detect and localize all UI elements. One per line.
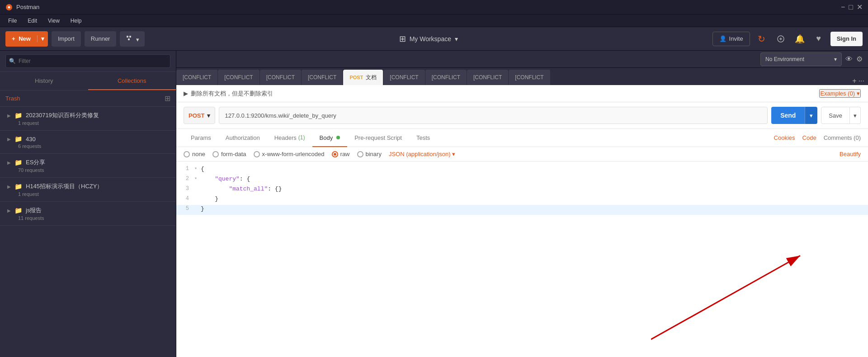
refresh-button[interactable]: ↻ [755, 32, 769, 46]
urlencoded-radio[interactable] [254, 151, 260, 157]
menu-view[interactable]: View [43, 17, 64, 25]
body-urlencoded-option[interactable]: x-www-form-urlencoded [254, 151, 325, 157]
collection-header-2: ▶ 📁 ES分享 [7, 158, 170, 167]
collection-count-4: 11 requests [18, 215, 170, 221]
none-radio[interactable] [184, 151, 190, 157]
body-form-data-option[interactable]: form-data [212, 151, 246, 157]
interceptor-button[interactable] [774, 32, 788, 46]
send-arrow-button[interactable]: ▾ [805, 107, 817, 124]
new-button-arrow[interactable]: ▾ [38, 35, 48, 42]
sidebar-search-area: 🔍 [0, 51, 176, 72]
beautify-button[interactable]: Beautify [840, 151, 861, 157]
sidebar: 🔍 History Collections Trash ⊞ ▶ 📁 202307… [0, 51, 176, 357]
tab-history[interactable]: History [0, 72, 88, 90]
svg-line-6 [651, 256, 800, 339]
notification-button[interactable]: 🔔 [793, 32, 807, 46]
toolbar-center: ⊞ My Workspace ▾ [148, 34, 709, 44]
raw-radio[interactable] [332, 151, 338, 157]
env-select[interactable]: No Environment ▾ [760, 52, 842, 66]
body-options: none form-data x-www-form-urlencoded raw… [176, 147, 868, 162]
runner-button[interactable]: Runner [85, 31, 117, 47]
import-button[interactable]: Import [52, 31, 81, 47]
req-tab-3[interactable]: [CONFLICT [302, 70, 343, 85]
request-area: ▶ 删除所有文档，但是不删除索引 Examples (0) ▾ POST ▾ S… [176, 85, 868, 357]
folder-icon-4: 📁 [14, 207, 22, 214]
save-button[interactable]: Save [821, 107, 850, 124]
expand-icon-1: ▶ [7, 137, 11, 142]
tab-headers[interactable]: Headers (1) [267, 129, 312, 147]
req-tab-1[interactable]: [CONFLICT [218, 70, 259, 85]
collection-item-0[interactable]: ▶ 📁 20230719知识百科分类修复 1 request [0, 107, 176, 131]
req-tab-7[interactable]: [CONFLICT [467, 70, 509, 85]
req-tab-4[interactable]: POST 文档 [343, 70, 383, 85]
menu-file[interactable]: File [4, 17, 21, 25]
request-tabs-bar: Params Authorization Headers (1) Body Pr… [176, 129, 868, 147]
new-collection-button[interactable]: ⊞ [165, 94, 170, 103]
filter-input[interactable] [5, 54, 170, 68]
sidebar-trash: Trash ⊞ [0, 90, 176, 107]
tab-pre-request[interactable]: Pre-request Script [347, 129, 409, 147]
req-tab-5[interactable]: [CONFLICT [383, 70, 425, 85]
heart-button[interactable]: ♥ [811, 32, 826, 46]
tab-authorization[interactable]: Authorization [218, 129, 267, 147]
env-gear-button[interactable]: ⚙ [856, 55, 863, 63]
collections-list: ▶ 📁 20230719知识百科分类修复 1 request ▶ 📁 430 6… [0, 107, 176, 357]
menubar: File Edit View Help [0, 14, 868, 27]
signin-button[interactable]: Sign In [830, 32, 863, 46]
tab-tests[interactable]: Tests [409, 129, 437, 147]
trash-label[interactable]: Trash [5, 95, 20, 102]
new-button[interactable]: + New ▾ [5, 31, 48, 47]
collection-item-3[interactable]: ▶ 📁 H145招标演示项目（HCZY） 1 request [0, 178, 176, 202]
binary-radio[interactable] [357, 151, 363, 157]
examples-button[interactable]: Examples (0) ▾ [819, 89, 861, 98]
req-tab-6[interactable]: [CONFLICT [425, 70, 467, 85]
env-eye-button[interactable]: 👁 [845, 55, 853, 63]
search-wrap: 🔍 [5, 54, 170, 68]
collection-item-4[interactable]: ▶ 📁 js报告 11 requests [0, 202, 176, 226]
tab-collections[interactable]: Collections [88, 72, 176, 90]
env-label: No Environment [765, 56, 804, 62]
tabs-bar: [CONFLICT [CONFLICT [CONFLICT [CONFLICT … [176, 68, 868, 85]
more-tabs-button[interactable]: ··· [859, 77, 864, 85]
url-input[interactable] [219, 107, 768, 124]
tab-params[interactable]: Params [184, 129, 218, 147]
svg-rect-2 [129, 36, 131, 38]
form-data-radio[interactable] [212, 151, 219, 157]
tabs-actions: + ··· [849, 77, 868, 85]
send-button[interactable]: Send [771, 107, 805, 124]
main-toolbar: + New ▾ Import Runner ▾ ⊞ My Workspace ▾… [0, 27, 868, 51]
workspace-button[interactable]: ⊞ My Workspace ▾ [399, 34, 458, 44]
collection-item-1[interactable]: ▶ 📁 430 6 requests [0, 131, 176, 154]
arrow-annotation [651, 251, 832, 343]
body-dot-indicator [336, 136, 340, 139]
add-tab-button[interactable]: + [852, 77, 856, 85]
req-tab-2[interactable]: [CONFLICT [260, 70, 302, 85]
body-none-option[interactable]: none [184, 151, 205, 157]
close-button[interactable]: ✕ [857, 3, 863, 11]
menu-help[interactable]: Help [66, 17, 86, 25]
req-tab-0[interactable]: [CONFLICT [176, 70, 218, 85]
collection-item-2[interactable]: ▶ 📁 ES分享 70 requests [0, 154, 176, 178]
menu-edit[interactable]: Edit [23, 17, 42, 25]
minimize-button[interactable]: − [841, 3, 845, 11]
invite-button[interactable]: 👤 Invite [712, 32, 750, 46]
extra-button[interactable]: ▾ [120, 31, 145, 47]
tab-code[interactable]: Code [802, 134, 816, 141]
request-breadcrumb: ▶ 删除所有文档，但是不删除索引 Examples (0) ▾ [176, 85, 868, 102]
collection-header-0: ▶ 📁 20230719知识百科分类修复 [7, 111, 170, 119]
body-binary-option[interactable]: binary [357, 151, 382, 157]
save-arrow-button[interactable]: ▾ [850, 107, 861, 124]
headers-count: (1) [298, 134, 305, 141]
folder-icon-2: 📁 [14, 159, 22, 166]
method-select[interactable]: POST ▾ [184, 107, 215, 124]
tab-comments[interactable]: Comments (0) [824, 134, 861, 141]
tab-body[interactable]: Body [312, 129, 348, 147]
json-type-select[interactable]: JSON (application/json) ▾ [389, 151, 456, 157]
maximize-button[interactable]: □ [849, 3, 853, 11]
expand-icon-4: ▶ [7, 208, 11, 213]
tab-cookies[interactable]: Cookies [774, 134, 795, 141]
code-editor[interactable]: 1 ▾ { 2 ▾ "query": { 3 "match_all": {} 4 [176, 162, 868, 357]
body-raw-option[interactable]: raw [332, 151, 350, 157]
active-tab-method: POST [349, 75, 363, 80]
req-tab-8[interactable]: [CONFLICT [509, 70, 550, 85]
